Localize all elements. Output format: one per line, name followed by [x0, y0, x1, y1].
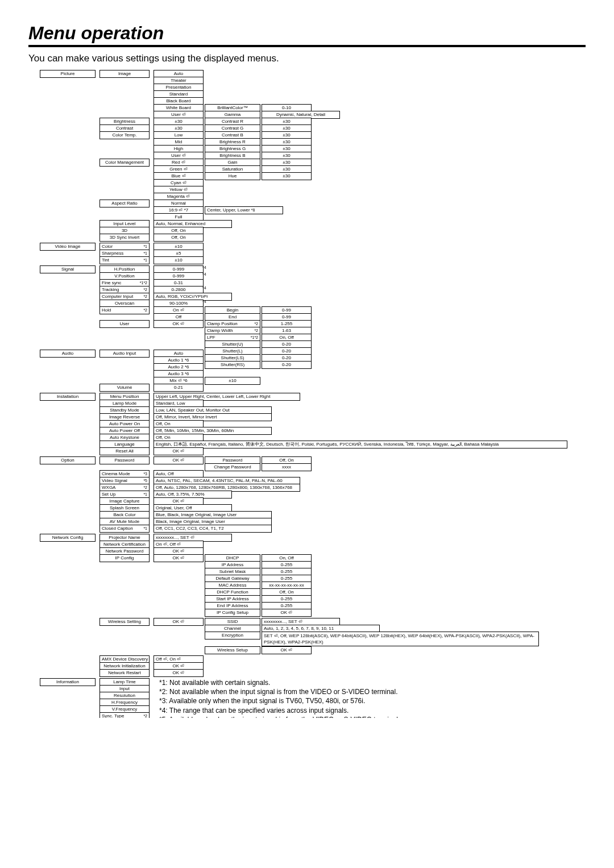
cat-picture: Picture	[40, 70, 96, 78]
net-enc: Encryption	[205, 632, 260, 639]
net-wsetup-v: OK ⏎	[262, 646, 312, 654]
s4-4: *4	[202, 300, 206, 304]
pic-aspect: Aspect Ratio	[99, 200, 150, 207]
sc-s: *2	[143, 294, 147, 300]
aud-vol: Volume	[99, 384, 150, 392]
page-title: Menu operation	[28, 23, 586, 44]
pic-sync: 3D Sync Invert	[99, 234, 150, 242]
footnotes: *1: Not available with certain signals. …	[159, 678, 453, 718]
ov-t: Video Signal	[102, 478, 127, 483]
pic-image: Image	[99, 70, 150, 78]
info-sync: Sync. Type*2	[99, 712, 150, 718]
net-ipcs-v: OK ⏎	[262, 609, 312, 617]
cat-info: Information	[40, 678, 96, 686]
cul-t: Center, Upper, Lower	[207, 207, 250, 213]
sig-shrs-v: 0-20	[262, 361, 312, 369]
hue-v: ±30	[262, 172, 312, 180]
inst-reset: Reset All	[99, 447, 150, 455]
sh-s: *2	[143, 308, 147, 313]
net-nrest-v: OK ⏎	[154, 669, 204, 677]
sf-s: *1*2	[140, 280, 147, 286]
sc-t: Computer Input	[102, 294, 133, 299]
vt-s: *1	[143, 258, 147, 263]
st-t: Tracking	[102, 287, 119, 292]
slp-s: *1*2	[251, 335, 258, 340]
cat-signal: Signal	[40, 265, 96, 273]
vid-tint: Tint*1	[99, 256, 150, 264]
vc-t: Color	[102, 244, 113, 249]
net-nrest: Network Restart	[99, 669, 150, 677]
s4-1: *4	[202, 265, 206, 269]
hue: Hue	[205, 172, 260, 180]
cat-audio: Audio	[40, 350, 96, 358]
aud-ain: Audio Input	[99, 350, 150, 358]
cul: Center, Upper, Lower *8	[205, 206, 283, 214]
net-ipcfg: IP Config	[99, 554, 150, 562]
os-s: *1	[143, 492, 147, 497]
vc-s: *1	[143, 244, 147, 250]
slp-t: LPF	[207, 335, 215, 340]
sig-shrs: Shutter(RS)	[205, 361, 260, 369]
oc-s: *3	[143, 471, 147, 477]
opt-pwd: Password	[99, 456, 150, 464]
ow-t: WXGA	[102, 485, 115, 490]
scw-t: Clamp Width	[207, 328, 233, 333]
note-2: *2: Not available when the input signal …	[159, 687, 453, 696]
aud-vol-v: 0-21	[154, 384, 204, 392]
aud-mix-v: ±10	[205, 377, 260, 385]
scp-t: Clamp Position	[207, 321, 238, 326]
cul-s: *8	[251, 208, 255, 212]
menu-tree: Picture Image Auto Theater Presentation …	[28, 70, 586, 695]
oc-t: Cinema Mode	[102, 471, 130, 476]
isy-s: *2	[143, 713, 147, 718]
net-wless: Wireless Setting	[99, 618, 150, 626]
s4-2: *4	[202, 272, 206, 276]
sig-user: User	[99, 320, 150, 328]
opt-cc: Closed Caption*1	[99, 525, 150, 533]
s4-3: *4	[202, 286, 206, 290]
net-wless-v: OK ⏎	[154, 618, 204, 626]
note-5: *5: Available only when the input signal…	[159, 715, 453, 718]
opt-cc-v: Off, CC1, CC2, CC3, CC4, T1, T2	[154, 525, 272, 533]
opt-ok1: OK ⏎	[154, 456, 204, 464]
vid-tint-v: ±10	[154, 256, 204, 264]
scp-s: *2	[254, 321, 258, 327]
note-4: *4: The range that can be specified vari…	[159, 706, 453, 715]
os-t: Set Up	[102, 492, 115, 497]
sig-ok: OK ⏎	[154, 320, 204, 328]
net-enc-v: SET ⏎, Off, WEP 128bit(ASCII), WEP 64bit…	[262, 632, 539, 646]
cat-net: Network Config	[40, 534, 96, 542]
ow-s: *2	[143, 485, 147, 491]
sf-t: Fine sync	[102, 280, 121, 285]
net-ipcs: IP Config Setup	[205, 609, 260, 617]
title-rule	[28, 45, 586, 47]
opt-xxxx: xxxx	[262, 463, 312, 471]
st-s: *2	[143, 287, 147, 293]
note-3: *3: Available only when the input signal…	[159, 696, 453, 705]
vs-s: *1	[143, 251, 147, 256]
occ-t: Closed Caption	[102, 526, 133, 531]
isy-t: Sync. Type	[102, 713, 124, 718]
net-ipcfg-v: OK ⏎	[154, 554, 204, 562]
inst-lang-v: English, 日本語, Español, Français, Italian…	[154, 441, 567, 448]
ov-s: *5	[143, 478, 147, 484]
vt-t: Tint	[102, 258, 109, 263]
cat-install: Installation	[40, 393, 96, 401]
note-1: *1: Not available with certain signals.	[159, 678, 453, 687]
scw-s: *2	[254, 328, 258, 334]
occ-s: *1	[143, 526, 147, 531]
intro-text: You can make various settings using the …	[28, 53, 586, 64]
cat-video: Video Image	[40, 243, 96, 251]
vs-t: Sharpness	[102, 251, 123, 256]
net-wsetup: Wireless Setup	[205, 646, 260, 654]
pic-ctemp: Color Temp.	[99, 131, 150, 139]
cat-option: Option	[40, 456, 96, 464]
sh-t: Hold	[102, 308, 111, 313]
sig-hold: Hold*2	[99, 306, 150, 314]
pic-cman: Color Management	[99, 159, 150, 167]
inst-reset-v: OK ⏎	[154, 447, 204, 455]
opt-cpwd: Change Password	[205, 463, 260, 471]
sync-v: Off, On	[154, 234, 204, 242]
